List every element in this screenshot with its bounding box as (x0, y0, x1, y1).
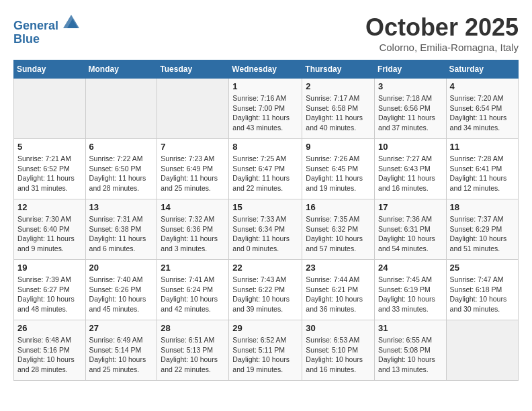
week-row-4: 19Sunrise: 7:39 AMSunset: 6:27 PMDayligh… (14, 260, 519, 320)
daylight-text: Daylight: 11 hours and 31 minutes. (17, 173, 82, 193)
calendar-cell: 12Sunrise: 7:30 AMSunset: 6:40 PMDayligh… (14, 199, 86, 260)
sunset-text: Sunset: 6:36 PM (161, 224, 225, 234)
daylight-text: Daylight: 10 hours and 28 minutes. (17, 355, 82, 374)
sunrise-text: Sunrise: 7:18 AM (378, 93, 443, 103)
day-info: Sunrise: 6:48 AMSunset: 5:16 PMDaylight:… (17, 335, 82, 375)
day-info: Sunrise: 7:44 AMSunset: 6:21 PMDaylight:… (306, 275, 371, 314)
daylight-text: Daylight: 11 hours and 37 minutes. (378, 113, 443, 132)
sunset-text: Sunset: 6:47 PM (232, 164, 298, 174)
calendar-cell: 15Sunrise: 7:33 AMSunset: 6:34 PMDayligh… (229, 199, 302, 260)
day-info: Sunrise: 7:45 AMSunset: 6:19 PMDaylight:… (378, 275, 443, 314)
day-number: 15 (232, 202, 298, 212)
calendar-cell: 29Sunrise: 6:52 AMSunset: 5:11 PMDayligh… (229, 320, 302, 381)
sunset-text: Sunset: 6:29 PM (450, 224, 515, 234)
sunset-text: Sunset: 6:40 PM (17, 224, 82, 234)
daylight-text: Daylight: 11 hours and 34 minutes. (450, 113, 515, 132)
sunrise-text: Sunrise: 6:48 AM (17, 335, 82, 345)
calendar-cell: 21Sunrise: 7:41 AMSunset: 6:24 PMDayligh… (157, 260, 229, 320)
daylight-text: Daylight: 10 hours and 33 minutes. (378, 294, 443, 314)
daylight-text: Daylight: 10 hours and 51 minutes. (450, 234, 515, 253)
sunrise-text: Sunrise: 7:39 AM (17, 275, 82, 285)
daylight-text: Daylight: 10 hours and 25 minutes. (89, 355, 154, 374)
sunset-text: Sunset: 6:54 PM (450, 103, 515, 113)
week-row-1: 1Sunrise: 7:16 AMSunset: 7:00 PMDaylight… (14, 79, 519, 139)
calendar-cell: 1Sunrise: 7:16 AMSunset: 7:00 PMDaylight… (229, 79, 302, 139)
sunset-text: Sunset: 6:38 PM (89, 224, 154, 234)
sunset-text: Sunset: 5:16 PM (17, 345, 82, 355)
day-number: 14 (161, 202, 225, 212)
sunset-text: Sunset: 6:32 PM (306, 224, 371, 234)
daylight-text: Daylight: 11 hours and 0 minutes. (232, 234, 298, 253)
day-number: 3 (378, 81, 443, 91)
day-number: 21 (161, 263, 225, 273)
daylight-text: Daylight: 10 hours and 48 minutes. (17, 294, 82, 314)
sunrise-text: Sunrise: 7:26 AM (306, 154, 371, 164)
day-info: Sunrise: 6:49 AMSunset: 5:14 PMDaylight:… (89, 335, 154, 375)
day-info: Sunrise: 7:36 AMSunset: 6:31 PMDaylight:… (378, 214, 443, 254)
day-info: Sunrise: 6:51 AMSunset: 5:13 PMDaylight:… (161, 335, 225, 375)
sunrise-text: Sunrise: 7:31 AM (89, 214, 154, 224)
column-header-saturday: Saturday (446, 60, 518, 79)
sunset-text: Sunset: 5:08 PM (378, 345, 443, 355)
page-header: General Blue October 2025 Colorno, Emili… (13, 13, 519, 53)
sunrise-text: Sunrise: 7:16 AM (232, 93, 298, 103)
day-info: Sunrise: 6:53 AMSunset: 5:10 PMDaylight:… (306, 335, 371, 375)
daylight-text: Daylight: 11 hours and 25 minutes. (161, 173, 225, 193)
day-info: Sunrise: 7:22 AMSunset: 6:50 PMDaylight:… (89, 154, 154, 193)
daylight-text: Daylight: 10 hours and 45 minutes. (89, 294, 154, 314)
sunset-text: Sunset: 6:31 PM (378, 224, 443, 234)
day-number: 17 (378, 202, 443, 212)
day-number: 29 (232, 323, 298, 333)
calendar-cell: 28Sunrise: 6:51 AMSunset: 5:13 PMDayligh… (157, 320, 229, 381)
title-block: October 2025 Colorno, Emilia-Romagna, It… (365, 13, 519, 53)
calendar-cell: 16Sunrise: 7:35 AMSunset: 6:32 PMDayligh… (302, 199, 375, 260)
sunrise-text: Sunrise: 6:51 AM (161, 335, 225, 345)
day-info: Sunrise: 7:39 AMSunset: 6:27 PMDaylight:… (17, 275, 82, 314)
day-info: Sunrise: 7:37 AMSunset: 6:29 PMDaylight:… (450, 214, 515, 254)
day-info: Sunrise: 7:40 AMSunset: 6:26 PMDaylight:… (89, 275, 154, 314)
calendar-cell: 9Sunrise: 7:26 AMSunset: 6:45 PMDaylight… (302, 139, 375, 199)
daylight-text: Daylight: 10 hours and 22 minutes. (161, 355, 225, 374)
daylight-text: Daylight: 11 hours and 9 minutes. (17, 234, 82, 253)
sunrise-text: Sunrise: 7:47 AM (450, 275, 515, 285)
day-number: 23 (306, 263, 371, 273)
calendar-cell: 20Sunrise: 7:40 AMSunset: 6:26 PMDayligh… (85, 260, 157, 320)
sunset-text: Sunset: 6:22 PM (232, 285, 298, 295)
column-header-thursday: Thursday (302, 60, 375, 79)
sunrise-text: Sunrise: 7:25 AM (232, 154, 298, 164)
logo-general: General (13, 19, 58, 32)
sunrise-text: Sunrise: 7:32 AM (161, 214, 225, 224)
sunrise-text: Sunrise: 7:35 AM (306, 214, 371, 224)
daylight-text: Daylight: 11 hours and 28 minutes. (89, 173, 154, 193)
daylight-text: Daylight: 10 hours and 13 minutes. (378, 355, 443, 374)
day-info: Sunrise: 7:23 AMSunset: 6:49 PMDaylight:… (161, 154, 225, 193)
day-info: Sunrise: 7:31 AMSunset: 6:38 PMDaylight:… (89, 214, 154, 254)
sunset-text: Sunset: 6:24 PM (161, 285, 225, 295)
daylight-text: Daylight: 11 hours and 16 minutes. (378, 173, 443, 193)
day-info: Sunrise: 7:25 AMSunset: 6:47 PMDaylight:… (232, 154, 298, 193)
day-number: 24 (378, 263, 443, 273)
logo-icon (63, 13, 79, 30)
calendar-cell: 2Sunrise: 7:17 AMSunset: 6:58 PMDaylight… (302, 79, 375, 139)
sunrise-text: Sunrise: 7:20 AM (450, 93, 515, 103)
sunset-text: Sunset: 6:43 PM (378, 164, 443, 174)
sunset-text: Sunset: 7:00 PM (232, 103, 298, 113)
calendar-cell (14, 79, 86, 139)
sunrise-text: Sunrise: 6:53 AM (306, 335, 371, 345)
sunrise-text: Sunrise: 7:40 AM (89, 275, 154, 285)
day-number: 5 (17, 142, 82, 152)
logo: General Blue (13, 13, 79, 46)
day-number: 12 (17, 202, 82, 212)
month-title: October 2025 (365, 13, 519, 42)
day-number: 30 (306, 323, 371, 333)
day-number: 2 (306, 81, 371, 91)
logo-blue: Blue (13, 33, 79, 46)
column-header-wednesday: Wednesday (229, 60, 302, 79)
day-info: Sunrise: 7:35 AMSunset: 6:32 PMDaylight:… (306, 214, 371, 254)
day-info: Sunrise: 7:47 AMSunset: 6:18 PMDaylight:… (450, 275, 515, 314)
day-number: 25 (450, 263, 515, 273)
sunset-text: Sunset: 5:11 PM (232, 345, 298, 355)
day-number: 9 (306, 142, 371, 152)
sunset-text: Sunset: 6:52 PM (17, 164, 82, 174)
sunrise-text: Sunrise: 7:17 AM (306, 93, 371, 103)
